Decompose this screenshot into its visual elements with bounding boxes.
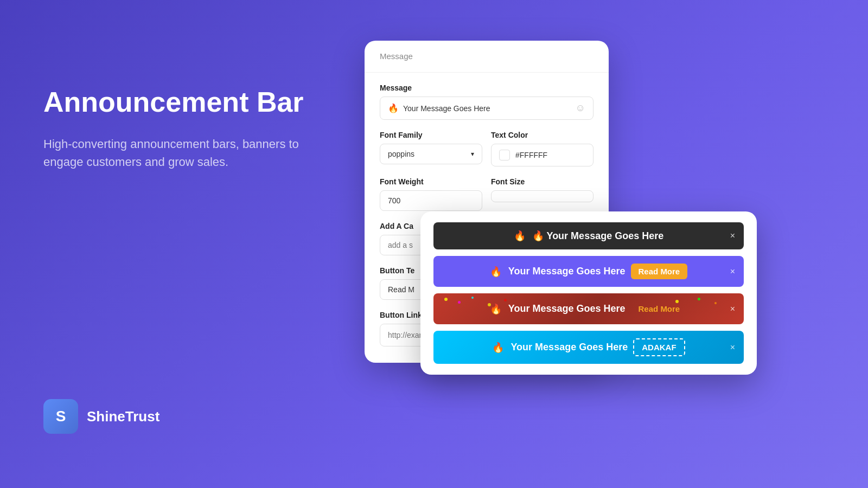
- confetti-dot: [444, 298, 448, 301]
- emoji-picker-icon[interactable]: ☺: [576, 102, 585, 114]
- bar-cyan-close[interactable]: ×: [730, 343, 735, 352]
- form-card-header: Message: [365, 41, 609, 73]
- bar-red: 🔥 Your Message Goes Here Read More ×: [433, 293, 744, 324]
- left-panel: Announcement Bar High-converting announc…: [43, 87, 315, 171]
- bar-dark: 🔥 🔥 Your Message Goes Here ×: [433, 222, 744, 249]
- font-weight-label: Font Weight: [380, 177, 482, 186]
- font-size-label: Font Size: [491, 177, 593, 186]
- bar-cyan-text: 🔥 Your Message Goes Here: [492, 342, 628, 354]
- message-input-container[interactable]: 🔥 Your Message Goes Here ☺: [380, 97, 593, 120]
- bar-cyan: 🔥 Your Message Goes Here ADAKAF ×: [433, 331, 744, 364]
- chevron-down-icon: ▾: [471, 150, 474, 158]
- brand-icon: S: [43, 399, 78, 434]
- message-input-text[interactable]: Your Message Goes Here: [403, 104, 571, 113]
- font-size-input[interactable]: [491, 190, 593, 202]
- bar-red-cta[interactable]: Read More: [631, 301, 688, 317]
- bar-dark-close[interactable]: ×: [730, 231, 735, 241]
- confetti-dot: [675, 300, 679, 303]
- bar-purple-cta[interactable]: Read More: [631, 264, 688, 279]
- confetti-dot: [714, 302, 717, 304]
- confetti-dot: [698, 298, 700, 300]
- text-color-label: Text Color: [491, 131, 593, 139]
- font-size-group: Font Size: [491, 177, 593, 211]
- font-color-row: Font Family poppins ▾ Text Color #FFFFFF: [380, 131, 593, 166]
- form-card-header-label: Message: [380, 52, 413, 61]
- confetti-dot: [458, 301, 461, 304]
- fire-emoji: 🔥: [388, 103, 399, 113]
- font-family-select[interactable]: poppins ▾: [380, 144, 482, 164]
- brand-section: S ShineTrust: [43, 399, 159, 434]
- preview-card: 🔥 🔥 Your Message Goes Here × 🔥 Your Mess…: [420, 211, 757, 375]
- color-swatch: [499, 150, 510, 160]
- bar-dark-text: 🔥 🔥 Your Message Goes Here: [514, 230, 663, 242]
- font-weight-input[interactable]: 700: [380, 190, 482, 211]
- text-color-group: Text Color #FFFFFF: [491, 131, 593, 166]
- color-value: #FFFFFF: [515, 151, 547, 159]
- bar-purple: 🔥 Your Message Goes Here Read More ×: [433, 256, 744, 287]
- bar-purple-close[interactable]: ×: [730, 267, 735, 277]
- bar-purple-text: 🔥 Your Message Goes Here: [490, 266, 626, 278]
- text-color-input[interactable]: #FFFFFF: [491, 144, 593, 166]
- font-family-label: Font Family: [380, 131, 482, 139]
- font-family-value: poppins: [388, 150, 414, 158]
- bar-red-text: 🔥 Your Message Goes Here: [490, 303, 626, 315]
- bar-cyan-cta[interactable]: ADAKAF: [633, 338, 685, 356]
- bar-red-close[interactable]: ×: [730, 304, 735, 314]
- font-weight-group: Font Weight 700: [380, 177, 482, 211]
- message-label: Message: [380, 84, 593, 92]
- confetti-dot: [488, 303, 491, 306]
- brand-name: ShineTrust: [87, 408, 159, 425]
- page-description: High-converting announcement bars, banne…: [43, 135, 315, 171]
- font-family-group: Font Family poppins ▾: [380, 131, 482, 166]
- confetti-dot: [471, 297, 474, 299]
- confetti-dot: [504, 299, 507, 301]
- weight-size-row: Font Weight 700 Font Size: [380, 177, 593, 211]
- page-title: Announcement Bar: [43, 87, 315, 118]
